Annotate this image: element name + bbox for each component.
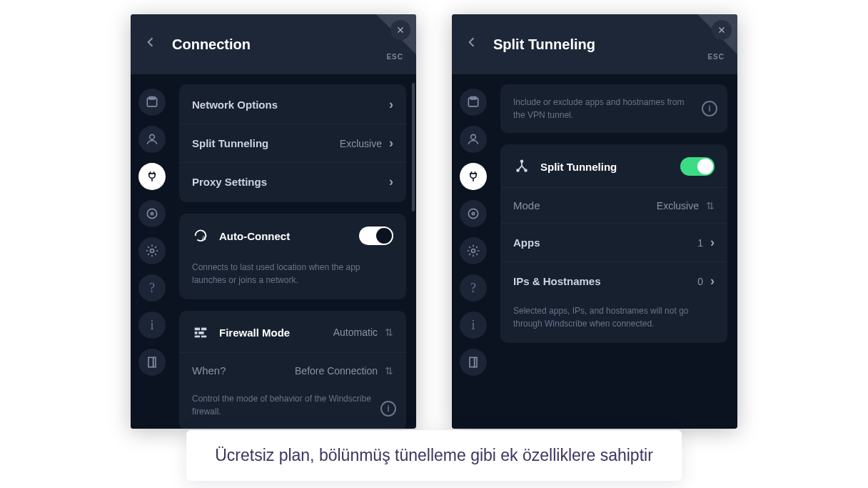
- sidebar-connection[interactable]: [460, 163, 487, 190]
- apps-row[interactable]: Apps 1 ›: [500, 223, 727, 262]
- row-label: IPs & Hostnames: [513, 275, 697, 287]
- autoconnect-toggle[interactable]: [359, 226, 393, 245]
- scrollbar[interactable]: [412, 83, 415, 211]
- split-tunneling-card: Split Tunneling Mode Exclusive ⇅ Apps 1 …: [500, 144, 727, 343]
- svg-rect-11: [195, 332, 198, 334]
- window-icon: [145, 95, 159, 109]
- gear-icon: [466, 244, 480, 258]
- sidebar-connection[interactable]: [138, 163, 166, 190]
- hosts-row[interactable]: IPs & Hostnames 0 ›: [500, 262, 727, 300]
- sidebar-logout[interactable]: [460, 349, 487, 376]
- close-button[interactable]: [390, 20, 410, 40]
- sidebar-robert[interactable]: [460, 200, 487, 227]
- user-icon: [145, 132, 159, 146]
- split-tunneling-toggle[interactable]: [680, 157, 715, 176]
- sidebar-robert[interactable]: [138, 200, 166, 227]
- user-icon: [466, 132, 480, 146]
- firewall-when-row[interactable]: When? Before Connection ⇅: [179, 352, 406, 388]
- firewall-card: Firewall Mode Automatic ⇅ When? Before C…: [179, 311, 406, 429]
- row-label: When?: [192, 364, 295, 377]
- mode-row[interactable]: Mode Exclusive ⇅: [500, 187, 727, 223]
- sidebar-general[interactable]: [138, 89, 166, 116]
- content: Include or exclude apps and hostnames fr…: [495, 74, 737, 429]
- header: Split Tunneling ESC: [452, 14, 737, 74]
- row-value: Automatic: [333, 327, 378, 338]
- svg-point-5: [151, 249, 154, 253]
- close-icon: [395, 25, 405, 35]
- chevron-left-icon: [465, 35, 479, 49]
- svg-point-25: [525, 169, 527, 171]
- row-label: Proxy Settings: [192, 176, 389, 188]
- row-label: Network Options: [192, 99, 389, 111]
- svg-point-4: [151, 212, 153, 214]
- svg-point-3: [147, 209, 156, 218]
- svg-point-18: [468, 209, 478, 218]
- sidebar-general[interactable]: [460, 89, 487, 116]
- window-icon: [466, 95, 480, 109]
- chevron-right-icon: ›: [389, 97, 393, 112]
- footer-desc: Selected apps, IPs, and hostnames will n…: [500, 300, 727, 342]
- row-value: Exclusive: [657, 200, 699, 211]
- sidebar-help[interactable]: ?: [460, 274, 487, 302]
- row-value: 1: [697, 237, 703, 249]
- firewall-desc-text: Control the mode of behavior of the Wind…: [192, 394, 371, 417]
- firewall-icon: [192, 324, 209, 341]
- split-tunneling-toggle-row[interactable]: Split Tunneling: [500, 146, 727, 187]
- sidebar: ? i: [131, 74, 173, 429]
- chevron-right-icon: ›: [710, 235, 715, 250]
- split-tunneling-row[interactable]: Split Tunneling Exclusive ›: [179, 124, 406, 162]
- updown-icon: ⇅: [706, 200, 715, 211]
- info-icon[interactable]: i: [380, 401, 396, 417]
- svg-rect-21: [470, 357, 475, 367]
- info-text: Include or exclude apps and hostnames fr…: [513, 97, 684, 120]
- sidebar-about[interactable]: i: [460, 312, 487, 339]
- caption: Ücretsiz plan, bölünmüş tünelleme gibi e…: [186, 430, 682, 481]
- svg-rect-6: [148, 357, 153, 367]
- sidebar-help[interactable]: ?: [138, 274, 166, 302]
- split-icon: [513, 158, 530, 175]
- sidebar-account[interactable]: [460, 126, 487, 153]
- connection-list-card: Network Options › Split Tunneling Exclus…: [179, 84, 406, 202]
- svg-rect-9: [195, 328, 200, 331]
- page-title: Split Tunneling: [493, 36, 725, 53]
- row-label: Firewall Mode: [219, 327, 333, 339]
- svg-point-2: [150, 134, 155, 139]
- svg-rect-13: [195, 336, 200, 338]
- svg-point-23: [521, 160, 523, 162]
- sidebar-settings[interactable]: [460, 237, 487, 264]
- svg-rect-7: [153, 357, 156, 367]
- updown-icon: ⇅: [385, 327, 393, 338]
- row-value: Before Connection: [295, 365, 378, 377]
- row-label: Split Tunneling: [540, 161, 680, 173]
- connection-window: Connection ESC ?: [131, 14, 416, 429]
- close-button[interactable]: [712, 20, 732, 40]
- gear-icon: [145, 244, 159, 258]
- autoconnect-row[interactable]: A Auto-Connect: [179, 215, 406, 257]
- back-button[interactable]: [465, 35, 479, 54]
- updown-icon: ⇅: [385, 365, 393, 377]
- svg-rect-14: [201, 336, 206, 338]
- svg-rect-10: [201, 328, 206, 331]
- back-button[interactable]: [143, 35, 158, 54]
- plug-icon: [466, 169, 480, 184]
- chevron-left-icon: [143, 35, 158, 49]
- header: Connection ESC: [131, 14, 416, 74]
- firewall-mode-row[interactable]: Firewall Mode Automatic ⇅: [179, 312, 406, 352]
- sidebar-settings[interactable]: [138, 237, 166, 264]
- sidebar: ? i: [452, 74, 495, 429]
- info-card: Include or exclude apps and hostnames fr…: [500, 84, 727, 133]
- info-desc: Include or exclude apps and hostnames fr…: [500, 86, 727, 131]
- info-icon[interactable]: i: [702, 101, 717, 116]
- page-title: Connection: [172, 36, 403, 53]
- autoconnect-card: A Auto-Connect Connects to last used loc…: [179, 214, 406, 299]
- content: Network Options › Split Tunneling Exclus…: [173, 74, 416, 429]
- sidebar-about[interactable]: i: [138, 312, 166, 339]
- network-options-row[interactable]: Network Options ›: [179, 86, 406, 124]
- chevron-right-icon: ›: [389, 136, 393, 151]
- target-icon: [466, 206, 480, 221]
- sidebar-logout[interactable]: [138, 349, 166, 376]
- sidebar-account[interactable]: [138, 126, 166, 153]
- door-icon: [145, 355, 159, 369]
- svg-point-24: [517, 169, 519, 171]
- proxy-settings-row[interactable]: Proxy Settings ›: [179, 162, 406, 201]
